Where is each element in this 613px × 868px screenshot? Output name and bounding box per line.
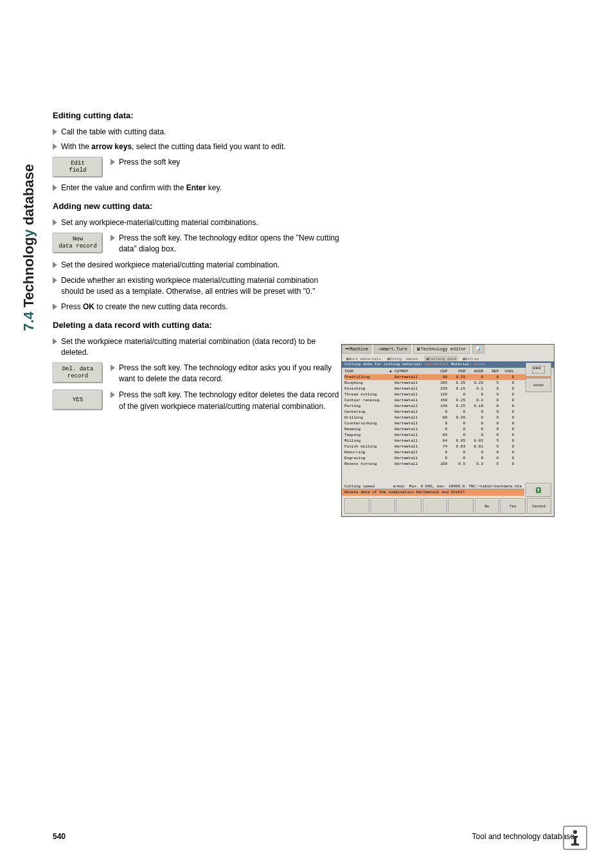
softkey-new-data-record[interactable]: New data record (53, 233, 103, 253)
svg-rect-2 (536, 367, 538, 369)
softkey-cancel[interactable]: Cancel (527, 498, 552, 514)
softkey-no[interactable]: No (475, 498, 500, 514)
arrow-icon (53, 338, 57, 345)
tool-button-t[interactable]: T (526, 483, 551, 497)
info-icon (563, 826, 587, 850)
arrow-icon (53, 303, 57, 310)
list-item: Set the workpiece material/cutting mater… (53, 336, 342, 359)
menu-work-materials[interactable]: ▦Work materials (344, 356, 383, 361)
delete-prompt: Delete data of the combination Hartmetal… (342, 489, 524, 496)
softkey-blank[interactable] (396, 498, 422, 514)
svg-point-4 (573, 830, 577, 834)
tech-editor-screenshot: ⮕ Machine ⇢ smart.Turn 🗎 Technology edit… (341, 344, 555, 517)
arrow-icon (53, 185, 57, 191)
arrow-icon (111, 392, 115, 398)
content-area: Editing cutting data: Call the table wit… (53, 111, 342, 417)
table-row[interactable]: MillingHartmetall640.050.0250 (344, 438, 551, 444)
table-row[interactable]: DeburringHartmetall00000 (344, 449, 551, 455)
softkey-row: Del. data record Press the soft key. The… (53, 363, 342, 385)
heading-editing: Editing cutting data: (53, 111, 342, 120)
mode-machine[interactable]: ⮕ Machine (342, 345, 371, 354)
menu-cutting-data[interactable]: ▦Cutting data (424, 356, 458, 361)
section-sidebar: 7.4 Technology database (21, 106, 46, 331)
arrow-icon (53, 129, 57, 135)
table-header: TASK ▲ CUTMAT CSP FDR AFDR DEP COOL (342, 368, 554, 374)
arrow-icon (111, 235, 115, 241)
cutting-data-table[interactable]: PredrillingHartmetall900.25000RoughingHa… (342, 374, 554, 467)
softkey-blank[interactable] (344, 498, 369, 514)
list-item: With the arrow keys, select the cutting … (53, 141, 342, 152)
mode-smart-turn[interactable]: ⇢ smart.Turn (374, 345, 410, 354)
button-bar: No Yes Cancel (342, 498, 554, 514)
tool-button[interactable] (526, 378, 551, 392)
tool-button[interactable] (526, 363, 551, 377)
table-row[interactable]: Contour recessg.Hartmetall1500.250.200 (344, 397, 551, 403)
arrow-icon (53, 143, 57, 150)
table-row[interactable]: CountersinkingHartmetall00000 (344, 420, 551, 426)
softkey-blank[interactable] (423, 498, 448, 514)
table-row[interactable]: EngravingHartmetall00000 (344, 455, 551, 461)
list-item: Press OK to create the new cutting data … (53, 302, 342, 312)
page-number: 540 (53, 832, 66, 841)
mode-bar: ⮕ Machine ⇢ smart.Turn 🗎 Technology edit… (342, 345, 554, 354)
list-item: Decide whether an existing workpiece mat… (53, 275, 342, 298)
softkey-blank[interactable] (371, 498, 396, 514)
arrow-icon (53, 262, 57, 268)
softkey-edit-field[interactable]: Edit field (53, 157, 103, 177)
softkey-yes[interactable]: YES (53, 390, 103, 410)
menu-extras[interactable]: ▦Extras (461, 356, 481, 361)
arrow-icon (53, 219, 57, 226)
table-row[interactable]: PredrillingHartmetall900.25000 (344, 374, 551, 380)
right-panel: T (526, 363, 553, 497)
svg-rect-6 (574, 836, 576, 844)
status-bar: Cutting speed m/min Min. 0.000, max. 100… (342, 484, 524, 489)
list-item: Call the table with cutting data. (53, 127, 342, 138)
mode-diag[interactable]: 📊 (472, 345, 484, 354)
table-row[interactable]: ReamingHartmetall00000 (344, 426, 551, 432)
table-row[interactable]: DrillingHartmetall800.20000 (344, 415, 551, 420)
softkey-row: New data record Press the soft key. The … (53, 233, 342, 255)
heading-deleting: Deleting a data record with cutting data… (53, 320, 342, 330)
arrow-icon (53, 277, 57, 284)
wrench-icon (532, 381, 545, 389)
heading-adding: Adding new cutting data: (53, 201, 342, 211)
softkey-row: Edit field Press the soft key (53, 157, 342, 177)
table-row[interactable]: Finish millingHartmetall740.030.0150 (344, 444, 551, 449)
table-row[interactable]: Recess turningHartmetall1800.50.350 (344, 461, 551, 467)
softkey-row: YES Press the soft key. The technology e… (53, 390, 342, 412)
list-item: Set the desired workpiece material/cutti… (53, 260, 342, 271)
menu-bar: ▦Work materials ▦Cuttg. matel. ▦Cutting … (342, 354, 554, 361)
svg-rect-3 (538, 367, 540, 369)
list-item: Enter the value and confirm with the Ent… (53, 183, 342, 194)
section-title: 7.4 Technology database (21, 164, 37, 331)
table-row[interactable]: TappingHartmetall600000 (344, 432, 551, 438)
svg-rect-0 (532, 366, 545, 374)
list-item: Set any workpiece-material/cutting mater… (53, 217, 342, 228)
arrow-icon (111, 159, 115, 165)
page-footer: 540 Tool and technology database (53, 832, 574, 841)
data-header: Cutting data for cutting material: Hartm… (342, 361, 554, 368)
table-row[interactable]: Thread cuttingHartmetall1200000 (344, 392, 551, 397)
table-row[interactable]: CenteringHartmetall00000 (344, 409, 551, 415)
softkey-delete-data-record[interactable]: Del. data record (53, 363, 103, 383)
svg-rect-7 (571, 844, 579, 845)
section-number: 7.4 (21, 311, 37, 331)
menu-cutting-material[interactable]: ▦Cuttg. matel. (386, 356, 422, 361)
mode-tech-editor[interactable]: 🗎 Technology editor (413, 345, 470, 354)
softkey-blank[interactable] (449, 498, 474, 514)
footer-title: Tool and technology database (472, 832, 574, 841)
keyboard-icon (532, 366, 545, 374)
arrow-icon (111, 365, 115, 371)
table-row[interactable]: PartingHartmetall1400.250.1800 (344, 403, 551, 409)
table-row[interactable]: FinishingHartmetall2200.150.100 (344, 386, 551, 392)
softkey-yes[interactable]: Yes (501, 498, 526, 514)
table-row[interactable]: RoughingHartmetall2000.350.2550 (344, 380, 551, 386)
svg-rect-1 (533, 367, 535, 369)
